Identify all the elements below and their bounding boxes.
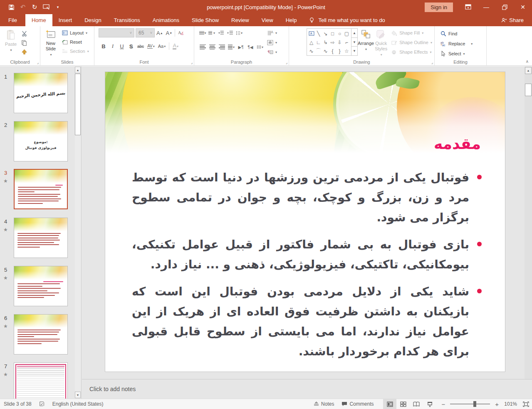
normal-view-button[interactable] xyxy=(383,399,396,409)
arrange-button[interactable]: Arrange ▾ xyxy=(358,27,374,58)
collapse-ribbon-icon[interactable]: ∧ xyxy=(526,59,529,64)
shapes-more-icon[interactable]: ▼ xyxy=(351,47,357,55)
scroll-down-icon[interactable]: ▼ xyxy=(75,392,81,398)
tab-home[interactable]: Home xyxy=(25,14,52,26)
tab-insert[interactable]: Insert xyxy=(52,14,79,26)
drawing-dialog-launcher[interactable]: ⌟ xyxy=(431,60,433,64)
slide-thumbnail-1[interactable]: بسم الله الرحمن الرحیم xyxy=(14,73,68,113)
shapes-scroll-down-icon[interactable]: ▼ xyxy=(351,38,357,47)
font-dialog-launcher[interactable]: ⌟ xyxy=(191,60,193,64)
slide-thumbnail-7[interactable] xyxy=(14,362,68,399)
slide-sorter-view-button[interactable] xyxy=(396,399,410,409)
shape-rounded-rectangle-icon[interactable]: ▢ xyxy=(344,31,349,37)
tab-slide-show[interactable]: Slide Show xyxy=(186,14,225,26)
decrease-indent-button[interactable] xyxy=(218,30,224,36)
shape-star-icon[interactable]: ☆ xyxy=(344,48,349,54)
start-presentation-icon[interactable] xyxy=(41,2,52,12)
tab-view[interactable]: View xyxy=(255,14,280,26)
ribbon-display-options-icon[interactable] xyxy=(459,0,477,14)
paste-button[interactable]: Paste ▾ xyxy=(1,27,21,58)
shape-line-icon[interactable]: ╲ xyxy=(317,31,320,37)
shape-oval-icon[interactable]: ○ xyxy=(338,31,341,37)
increase-indent-button[interactable] xyxy=(227,30,233,36)
thumbnail-scrollbar[interactable]: ▲ ▼ xyxy=(75,66,81,399)
center-button[interactable] xyxy=(209,44,215,50)
align-left-button[interactable] xyxy=(199,44,206,50)
line-spacing-button[interactable]: ▾ xyxy=(236,30,242,36)
change-case-button[interactable]: Aa▾ xyxy=(157,42,167,51)
zoom-level[interactable]: 101% xyxy=(504,401,520,407)
language-status[interactable]: English (United States) xyxy=(49,401,107,407)
clipboard-dialog-launcher[interactable]: ⌟ xyxy=(37,60,39,64)
slide-thumbnail-6[interactable] xyxy=(14,314,68,354)
justify-button[interactable]: ▾ xyxy=(228,44,235,50)
comments-toggle[interactable]: Comments xyxy=(338,399,377,409)
shapes-scroll-up-icon[interactable]: ▲ xyxy=(351,29,357,38)
scrollbar-thumb[interactable] xyxy=(525,84,532,96)
align-right-button[interactable] xyxy=(218,44,225,50)
italic-button[interactable]: I xyxy=(109,42,117,51)
select-button[interactable]: Select▾ xyxy=(439,49,485,58)
underline-button[interactable]: U xyxy=(118,42,126,51)
shape-elbow-arrow-icon[interactable]: ↳ xyxy=(323,40,327,45)
shape-right-arrow-icon[interactable]: ⇨ xyxy=(330,40,334,45)
shape-down-arrow-icon[interactable]: ⇩ xyxy=(337,40,341,45)
ltr-direction-button[interactable]: ▶¶ xyxy=(238,44,244,50)
tab-animations[interactable]: Animations xyxy=(146,14,186,26)
shape-effects-button[interactable]: Shape Effects▾ xyxy=(390,47,433,57)
share-button[interactable]: Share xyxy=(501,14,532,26)
quick-styles-button[interactable]: Quick Styles ▾ xyxy=(374,27,388,58)
restore-button[interactable] xyxy=(495,0,514,14)
zoom-out-button[interactable]: − xyxy=(440,401,447,408)
clear-formatting-button[interactable]: A xyxy=(176,28,185,37)
shape-arc-icon[interactable]: ⌒ xyxy=(316,47,321,55)
shape-right-brace-icon[interactable]: } xyxy=(339,48,340,54)
zoom-slider-thumb[interactable] xyxy=(473,401,476,407)
bullets-button[interactable]: ▾ xyxy=(199,30,206,36)
slide-body-text[interactable]: فوتبال یکی از مردمی ترین ورزشها در دنیا … xyxy=(132,168,483,369)
shape-elbow-connector-icon[interactable]: ∟ xyxy=(316,40,321,45)
text-shadow-button[interactable]: S xyxy=(127,42,135,51)
fit-slide-to-window-button[interactable] xyxy=(520,399,532,409)
format-painter-icon[interactable] xyxy=(21,47,27,56)
shape-curve-icon[interactable]: ∿ xyxy=(323,48,327,54)
reset-button[interactable]: Reset xyxy=(60,37,90,47)
slide-thumbnail-3[interactable] xyxy=(14,169,68,209)
redo-icon[interactable]: ↻ xyxy=(29,2,40,12)
shape-arrow-icon[interactable]: ↘ xyxy=(323,31,327,37)
character-spacing-button[interactable]: AV▾ xyxy=(146,42,156,51)
shape-left-brace-icon[interactable]: { xyxy=(332,48,333,54)
shape-outline-button[interactable]: Shape Outline▾ xyxy=(390,38,433,47)
layout-button[interactable]: Layout▾ xyxy=(60,28,90,37)
shape-scribble-icon[interactable]: ∿ xyxy=(309,48,313,54)
new-slide-button[interactable]: New Slide ▾ xyxy=(41,27,60,58)
zoom-in-button[interactable]: + xyxy=(493,401,500,408)
numbering-button[interactable]: ▾ xyxy=(208,30,215,36)
cut-icon[interactable] xyxy=(21,29,27,38)
shape-text-box-icon[interactable]: A xyxy=(309,31,314,36)
shape-rectangle-icon[interactable]: □ xyxy=(331,31,334,37)
scrollbar-thumb[interactable] xyxy=(75,74,81,135)
tab-review[interactable]: Review xyxy=(225,14,255,26)
notes-placeholder[interactable]: Click to add notes xyxy=(89,386,136,392)
paragraph-dialog-launcher[interactable]: ⌟ xyxy=(286,60,287,64)
shape-triangle-icon[interactable]: △ xyxy=(309,40,313,45)
shape-corner-icon[interactable]: ⌐ xyxy=(345,40,348,45)
tab-design[interactable]: Design xyxy=(78,14,107,26)
notes-pane[interactable]: Click to add notes xyxy=(82,379,532,399)
reading-view-button[interactable] xyxy=(410,399,423,409)
sign-in-button[interactable]: Sign in xyxy=(425,2,453,12)
minimize-button[interactable]: — xyxy=(477,0,495,14)
tab-transitions[interactable]: Transitions xyxy=(108,14,146,26)
tab-help[interactable]: Help xyxy=(280,14,303,26)
close-button[interactable]: ✕ xyxy=(514,0,532,14)
spellcheck-icon[interactable] xyxy=(35,401,49,407)
slide-thumbnail-4[interactable] xyxy=(14,218,68,258)
tell-me-box[interactable]: Tell me what you want to do xyxy=(303,14,391,26)
font-name-select[interactable]: ˅ xyxy=(99,28,134,37)
slide-thumbnail-5[interactable] xyxy=(14,266,68,306)
slide-indicator[interactable]: Slide 3 of 38 xyxy=(0,401,35,407)
slide-title[interactable]: مقدمه xyxy=(434,135,481,152)
decrease-font-size-button[interactable]: A▼ xyxy=(165,28,174,37)
text-direction-button[interactable]: A▾ xyxy=(266,28,278,37)
